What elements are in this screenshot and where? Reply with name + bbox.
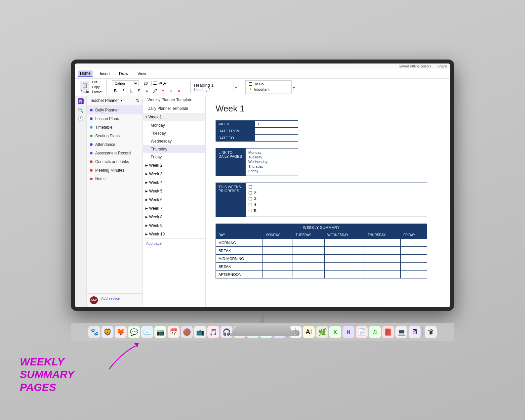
subnav-wednesday[interactable]: Wednesday — [143, 137, 205, 145]
align-button[interactable]: ≡ — [168, 88, 174, 94]
morning-thu[interactable] — [365, 239, 401, 247]
clear-format-button[interactable]: ✕ — [176, 88, 182, 94]
nav-label-assessment: Assessment Record — [95, 151, 131, 155]
afternoon-thu[interactable] — [365, 271, 401, 278]
break1-wed[interactable] — [325, 247, 365, 255]
morning-mon[interactable] — [263, 239, 293, 247]
font-size-input[interactable] — [140, 81, 152, 86]
copy-button[interactable]: Copy — [91, 85, 104, 89]
nav-seating[interactable]: Seating Plans — [87, 132, 142, 140]
subnav-week5[interactable]: ▶ Week 5 — [143, 187, 205, 195]
midmorning-thu[interactable] — [365, 255, 401, 263]
date-from-value[interactable] — [255, 128, 298, 135]
subnav-friday[interactable]: Friday — [143, 153, 205, 161]
paste-button[interactable]: 📋 Paste — [80, 81, 89, 94]
list-icon[interactable]: ☰ — [153, 81, 157, 86]
link-monday[interactable]: Monday — [248, 150, 295, 154]
nav-timetable[interactable]: Timetable — [87, 123, 142, 132]
subnav-week1[interactable]: ▾ Week 1 — [143, 113, 205, 121]
font-color-button[interactable]: A — [160, 88, 166, 94]
link-thursday[interactable]: Thursday — [248, 164, 295, 168]
break2-thu[interactable] — [365, 263, 401, 271]
subnav-tuesday[interactable]: Tuesday — [143, 129, 205, 137]
week-value[interactable]: 1 — [255, 121, 298, 128]
heading1-style[interactable]: Heading 1 Heading 2 — [190, 81, 233, 93]
break2-mon[interactable] — [263, 263, 293, 271]
bold-button[interactable]: B — [112, 88, 119, 94]
subnav-week7[interactable]: ▶ Week 7 — [143, 204, 205, 213]
date-to-value[interactable] — [255, 135, 298, 142]
priorities-items[interactable]: 1. 2. 3. — [246, 183, 427, 217]
break2-wed[interactable] — [325, 263, 365, 271]
indent-icon[interactable]: ⇥ — [158, 81, 162, 86]
search-icon[interactable]: 🔍 — [78, 107, 83, 113]
subnav-week2[interactable]: ▶ Week 2 — [143, 161, 205, 170]
nav-notes[interactable]: Notes — [87, 175, 142, 183]
add-section-link[interactable]: Add section — [101, 296, 120, 304]
nav-assessment[interactable]: Assessment Record — [87, 149, 142, 157]
subnav-add-bar: Add page — [143, 238, 205, 248]
menu-draw[interactable]: Draw — [117, 71, 130, 77]
subnav-weekly-template[interactable]: Weekly Planner Template — [143, 96, 205, 104]
format-button[interactable]: Format — [91, 90, 104, 94]
nav-attendance[interactable]: Attendance — [87, 140, 142, 149]
nav-daily-planner[interactable]: Daily Planner — [87, 106, 142, 114]
break2-fri[interactable] — [400, 263, 427, 271]
recent-icon[interactable]: 🕐 — [78, 116, 83, 121]
todo-styles[interactable]: To Do ★ Important — [245, 80, 292, 94]
subnav-week9[interactable]: ▶ Week 9 — [143, 221, 205, 230]
grow-icon[interactable]: A↑ — [163, 81, 168, 86]
nav-minutes[interactable]: Meeting Minutes — [87, 166, 142, 175]
midmorning-tue[interactable] — [293, 255, 325, 263]
morning-tue[interactable] — [293, 239, 325, 247]
underline-button[interactable]: U — [128, 88, 135, 94]
midmorning-mon[interactable] — [263, 255, 293, 263]
todo-chevron[interactable]: ▶ — [293, 86, 295, 89]
break1-tue[interactable] — [293, 247, 325, 255]
morning-fri[interactable] — [400, 239, 427, 247]
week6-chevron: ▶ — [145, 198, 148, 201]
subnav-week3[interactable]: ▶ Week 3 — [143, 170, 205, 178]
midmorning-wed[interactable] — [325, 255, 365, 263]
link-friday[interactable]: Friday — [248, 169, 295, 173]
subnav-daily-template[interactable]: Daily Planner Template — [143, 104, 205, 113]
styles-chevron[interactable]: ▶ — [235, 86, 237, 89]
afternoon-fri[interactable] — [400, 271, 427, 278]
subnav-add-page-link[interactable]: Add page — [146, 241, 162, 245]
afternoon-wed[interactable] — [325, 271, 365, 278]
week6-label: Week 6 — [149, 197, 162, 202]
subnav-week8[interactable]: ▶ Week 8 — [143, 213, 205, 221]
afternoon-mon[interactable] — [263, 271, 293, 278]
nav-contacts[interactable]: Contacts and Links — [87, 157, 142, 166]
summary-midmorning-row: MID-MORNING — [216, 255, 427, 263]
sidebar-header[interactable]: Teacher Planner ▾ ⇅ — [87, 96, 142, 106]
nav-lesson-plans[interactable]: Lesson Plans — [87, 114, 142, 123]
strikethrough-button[interactable]: S — [136, 88, 142, 94]
highlight-button[interactable]: 🖍 — [152, 88, 158, 94]
break1-thu[interactable] — [365, 247, 401, 255]
sort-icon[interactable]: ⇅ — [136, 98, 139, 103]
italic-button[interactable]: I — [120, 88, 127, 94]
menu-home[interactable]: Home — [78, 70, 93, 77]
break2-tue[interactable] — [293, 263, 325, 271]
subnav-week4[interactable]: ▶ Week 4 — [143, 178, 205, 187]
col-wednesday: WEDNESDAY — [325, 231, 365, 239]
subnav-week6[interactable]: ▶ Week 6 — [143, 195, 205, 204]
morning-wed[interactable] — [325, 239, 365, 247]
link-wednesday[interactable]: Wednesday — [248, 160, 295, 164]
subscript-button[interactable]: x₂ — [144, 88, 150, 94]
midmorning-fri[interactable] — [400, 255, 427, 263]
subnav-week10[interactable]: ▶ Week 10 — [143, 230, 205, 238]
break1-mon[interactable] — [263, 247, 293, 255]
break1-fri[interactable] — [400, 247, 427, 255]
priority-label-4: 4. — [254, 203, 257, 207]
subnav-monday[interactable]: Monday — [143, 121, 205, 129]
menu-insert[interactable]: Insert — [98, 71, 112, 77]
afternoon-tue[interactable] — [293, 271, 325, 278]
link-tuesday[interactable]: Tuesday — [248, 155, 295, 159]
font-family-select[interactable]: Calibri — [112, 80, 139, 86]
subnav-thursday[interactable]: Thursday — [143, 145, 205, 153]
share-button[interactable]: ↑ Share — [434, 64, 447, 68]
menu-view[interactable]: View — [136, 71, 148, 77]
cut-button[interactable]: Cut — [91, 80, 104, 84]
